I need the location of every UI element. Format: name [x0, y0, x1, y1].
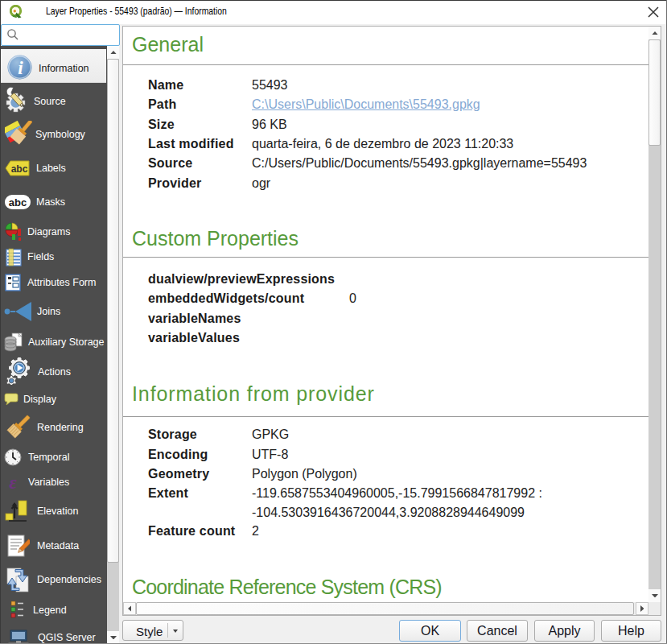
svg-text:i: i [18, 58, 23, 78]
svg-text:abc: abc [9, 196, 27, 208]
svg-text:abc: abc [11, 163, 28, 175]
svg-text:ε: ε [9, 475, 17, 491]
